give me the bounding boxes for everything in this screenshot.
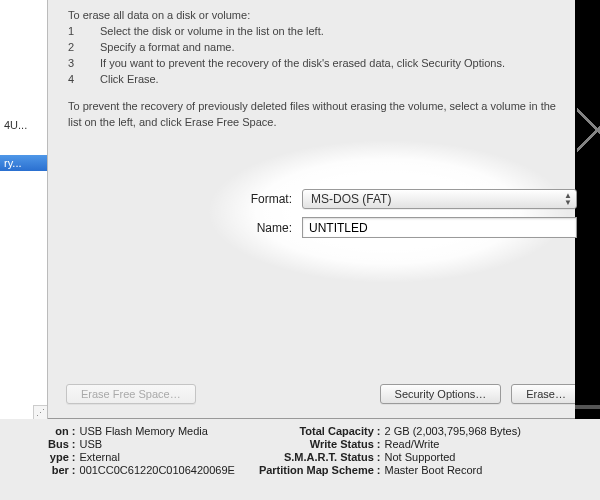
name-input[interactable]	[302, 217, 577, 238]
instruction-step: Click Erase.	[100, 72, 159, 88]
updown-arrows-icon: ▲▼	[564, 192, 572, 206]
instruction-step: If you want to prevent the recovery of t…	[100, 56, 505, 72]
resize-handle-icon[interactable]: ⋰	[33, 405, 47, 419]
info-value: External	[80, 451, 235, 463]
format-dropdown-value: MS-DOS (FAT)	[311, 192, 391, 206]
format-dropdown[interactable]: MS-DOS (FAT) ▲▼	[302, 189, 577, 209]
name-label: Name:	[228, 221, 292, 235]
info-value: Not Supported	[385, 451, 521, 463]
info-key: on	[48, 425, 76, 437]
sidebar: 4U... ry... ⋰	[0, 0, 48, 419]
info-value: Master Boot Record	[385, 464, 521, 476]
info-key: Total Capacity	[259, 425, 381, 437]
erase-pane: To erase all data on a disk or volume: 1…	[48, 0, 600, 419]
info-key: Partition Map Scheme	[259, 464, 381, 476]
instructions: To erase all data on a disk or volume: 1…	[68, 8, 568, 131]
disk-utility-window: 4U... ry... ⋰ To erase all data on a dis…	[0, 0, 600, 500]
disk-info-bar: on USB Flash Memory Media Bus USB ype Ex…	[48, 419, 600, 476]
format-label: Format:	[228, 192, 292, 206]
info-value: USB	[80, 438, 235, 450]
format-form: Format: MS-DOS (FAT) ▲▼ Name:	[228, 189, 577, 246]
button-row: Erase Free Space… Security Options… Eras…	[66, 384, 581, 404]
info-value: Read/Write	[385, 438, 521, 450]
sidebar-item[interactable]: ry...	[0, 155, 47, 171]
info-value: 2 GB (2,003,795,968 Bytes)	[385, 425, 521, 437]
instruction-step: Specify a format and name.	[100, 40, 235, 56]
info-key: ype	[48, 451, 76, 463]
instructions-intro: To erase all data on a disk or volume:	[68, 8, 568, 24]
info-value: 001CC0C61220C0106420069E	[80, 464, 235, 476]
instructions-note: To prevent the recovery of previously de…	[68, 99, 568, 131]
info-value: USB Flash Memory Media	[80, 425, 235, 437]
erase-free-space-button[interactable]: Erase Free Space…	[66, 384, 196, 404]
sidebar-item[interactable]: 4U...	[0, 117, 47, 133]
info-key: Bus	[48, 438, 76, 450]
info-key: S.M.A.R.T. Status	[259, 451, 381, 463]
info-key: Write Status	[259, 438, 381, 450]
security-options-button[interactable]: Security Options…	[380, 384, 502, 404]
info-key: ber	[48, 464, 76, 476]
background-decoration	[575, 0, 600, 419]
erase-button[interactable]: Erase…	[511, 384, 581, 404]
instruction-step: Select the disk or volume in the list on…	[100, 24, 324, 40]
